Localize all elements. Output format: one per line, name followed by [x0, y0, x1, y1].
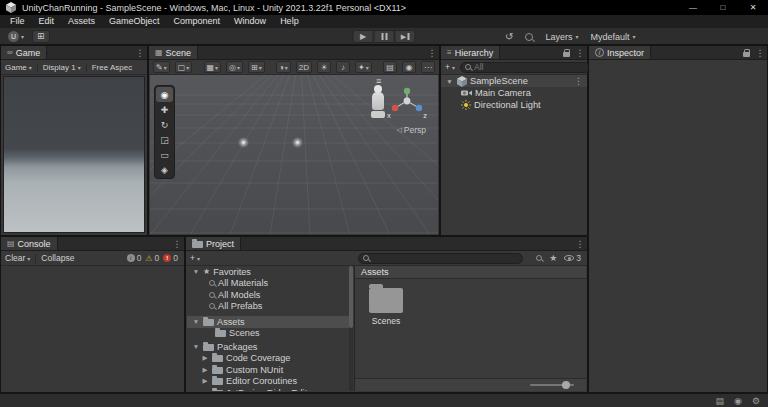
- services-button[interactable]: ⊞: [32, 30, 50, 43]
- effects-dropdown[interactable]: ✦ ▾: [355, 61, 372, 73]
- tree-item-packages[interactable]: ▼ Packages: [187, 341, 353, 353]
- render-mode-dropdown[interactable]: ◑ ▾: [276, 61, 291, 73]
- tree-item-jetbrains-rider-editor[interactable]: ▶ JetBrains Rider Editor: [187, 387, 353, 391]
- create-object-button[interactable]: + ▾: [445, 62, 455, 72]
- minimize-button[interactable]: —: [678, 0, 708, 15]
- status-notification-icon[interactable]: ◉: [734, 396, 742, 406]
- menu-assets[interactable]: Assets: [61, 15, 102, 28]
- menu-component[interactable]: Component: [167, 15, 228, 28]
- game-mode-dropdown[interactable]: Game ▾: [5, 63, 32, 72]
- tree-item-assets[interactable]: ▼ Assets: [187, 316, 353, 328]
- tree-item-all-prefabs[interactable]: All Prefabs: [187, 301, 353, 313]
- orientation-gizmo[interactable]: x z: [386, 87, 428, 125]
- scrollbar-thumb[interactable]: [349, 266, 353, 328]
- lock-icon[interactable]: [739, 46, 753, 59]
- expand-arrow-icon[interactable]: ▶: [201, 354, 209, 362]
- overlays-button[interactable]: ▤: [383, 61, 397, 73]
- scene-menu-icon[interactable]: ⋮: [425, 46, 439, 59]
- grid-snap-dropdown[interactable]: ⊞ ▾: [248, 61, 265, 73]
- tab-inspector[interactable]: i Inspector: [589, 46, 651, 59]
- display-dropdown[interactable]: Display 1 ▾: [43, 63, 81, 72]
- close-button[interactable]: ✕: [738, 0, 768, 15]
- snap-settings-dropdown[interactable]: ◎ ▾: [226, 61, 243, 73]
- scene-object-gizmo[interactable]: [371, 85, 385, 118]
- status-settings-icon[interactable]: ⚙: [752, 396, 760, 406]
- clear-button[interactable]: Clear ▾: [5, 253, 30, 263]
- expand-arrow-icon[interactable]: ▼: [445, 78, 454, 85]
- hierarchy-menu-icon[interactable]: ⋮: [573, 46, 587, 59]
- layout-dropdown[interactable]: Mydefault ▾: [590, 32, 635, 42]
- tree-item-scenes[interactable]: Scenes: [187, 328, 353, 340]
- project-menu-icon[interactable]: ⋮: [573, 237, 587, 250]
- scale-tool[interactable]: ◲: [156, 132, 173, 147]
- draw-mode-dropdown[interactable]: ✎ ▾: [153, 61, 170, 73]
- search-icon[interactable]: [525, 33, 533, 41]
- expand-arrow-icon[interactable]: ▼: [192, 343, 200, 350]
- light-gizmo[interactable]: [292, 137, 303, 148]
- expand-arrow-icon[interactable]: ▼: [192, 318, 200, 325]
- tree-item-all-materials[interactable]: All Materials: [187, 278, 353, 290]
- view-2d-toggle[interactable]: 2D: [296, 61, 312, 73]
- account-button[interactable]: U ▾: [8, 31, 24, 42]
- status-activity-icon[interactable]: ▤: [716, 396, 725, 406]
- warning-count[interactable]: ⚠ 0: [145, 253, 159, 263]
- tab-project[interactable]: Project: [186, 237, 241, 250]
- tab-scene[interactable]: ▦ Scene: [149, 46, 198, 59]
- transform-tool[interactable]: ◈: [156, 162, 173, 177]
- project-search[interactable]: [358, 253, 523, 264]
- thumbnail-size-slider[interactable]: [530, 384, 574, 386]
- rotate-tool[interactable]: ↻: [156, 117, 173, 132]
- undo-history-icon[interactable]: ↺: [505, 31, 513, 42]
- scene-lighting-toggle[interactable]: ☀: [317, 61, 331, 73]
- expand-arrow-icon[interactable]: ▶: [201, 366, 209, 374]
- scene-more-button[interactable]: ⋯: [421, 61, 435, 73]
- expand-arrow-icon[interactable]: ▼: [192, 268, 200, 275]
- rect-tool[interactable]: ▭: [156, 147, 173, 162]
- scene-viewport[interactable]: ◉ ✚ ↻ ◲ ▭ ◈ ≡: [150, 75, 438, 234]
- expand-arrow-icon[interactable]: ▶: [201, 389, 209, 391]
- move-tool[interactable]: ✚: [156, 102, 173, 117]
- scene-menu-icon[interactable]: ⋮: [574, 76, 583, 86]
- layers-dropdown[interactable]: Layers ▾: [545, 32, 578, 42]
- create-asset-button[interactable]: + ▾: [190, 253, 200, 263]
- favorites-star-icon[interactable]: ★: [549, 253, 557, 263]
- menu-file[interactable]: File: [3, 15, 32, 28]
- pause-button[interactable]: [374, 30, 395, 43]
- tab-hierarchy[interactable]: ≡ Hierarchy: [441, 46, 500, 59]
- info-count[interactable]: i 0: [127, 253, 142, 263]
- tree-item-favorites[interactable]: ▼ ★ Favorites: [187, 266, 353, 278]
- debug-mode-dropdown[interactable]: ▢ ▾: [175, 61, 193, 73]
- tab-game[interactable]: ∞ Game: [1, 46, 47, 59]
- error-count[interactable]: ! 0: [163, 253, 178, 263]
- project-tree-scrollbar[interactable]: [349, 266, 353, 391]
- tree-item-custom-nunit[interactable]: ▶ Custom NUnit: [187, 364, 353, 376]
- collapse-button[interactable]: Collapse: [41, 253, 74, 263]
- asset-tile-scenes[interactable]: Scenes: [363, 288, 409, 326]
- hierarchy-item-directional-light[interactable]: Directional Light: [441, 99, 587, 111]
- light-gizmo[interactable]: [238, 137, 249, 148]
- expand-arrow-icon[interactable]: ▶: [201, 377, 209, 385]
- maximize-button[interactable]: □: [708, 0, 738, 15]
- hierarchy-search[interactable]: [460, 62, 590, 73]
- console-menu-icon[interactable]: ⋮: [170, 237, 184, 250]
- slider-thumb[interactable]: [562, 381, 570, 389]
- inspector-menu-icon[interactable]: ⋮: [753, 46, 767, 59]
- tab-console[interactable]: ▤ Console: [1, 237, 58, 250]
- hierarchy-item-main-camera[interactable]: Main Camera: [441, 87, 587, 99]
- perspective-toggle[interactable]: ◁ Persp: [396, 125, 426, 135]
- aspect-dropdown[interactable]: Free Aspec: [92, 63, 132, 72]
- tree-item-code-coverage[interactable]: ▶ Code Coverage: [187, 353, 353, 365]
- play-button[interactable]: ▶: [353, 30, 374, 43]
- tree-item-all-models[interactable]: All Models: [187, 289, 353, 301]
- menu-edit[interactable]: Edit: [32, 15, 62, 28]
- menu-gameobject[interactable]: GameObject: [102, 15, 167, 28]
- scene-audio-toggle[interactable]: ♪: [336, 61, 350, 73]
- hierarchy-item-samplescene[interactable]: ▼ SampleScene ⋮: [441, 75, 587, 87]
- lock-icon[interactable]: [559, 46, 573, 59]
- project-search-input[interactable]: [372, 253, 518, 263]
- step-button[interactable]: ▶: [395, 30, 416, 43]
- search-in-icon[interactable]: [536, 255, 542, 261]
- menu-window[interactable]: Window: [227, 15, 273, 28]
- grid-visibility-dropdown[interactable]: ▦ ▾: [204, 61, 222, 73]
- package-visibility-toggle[interactable]: 3: [564, 253, 581, 263]
